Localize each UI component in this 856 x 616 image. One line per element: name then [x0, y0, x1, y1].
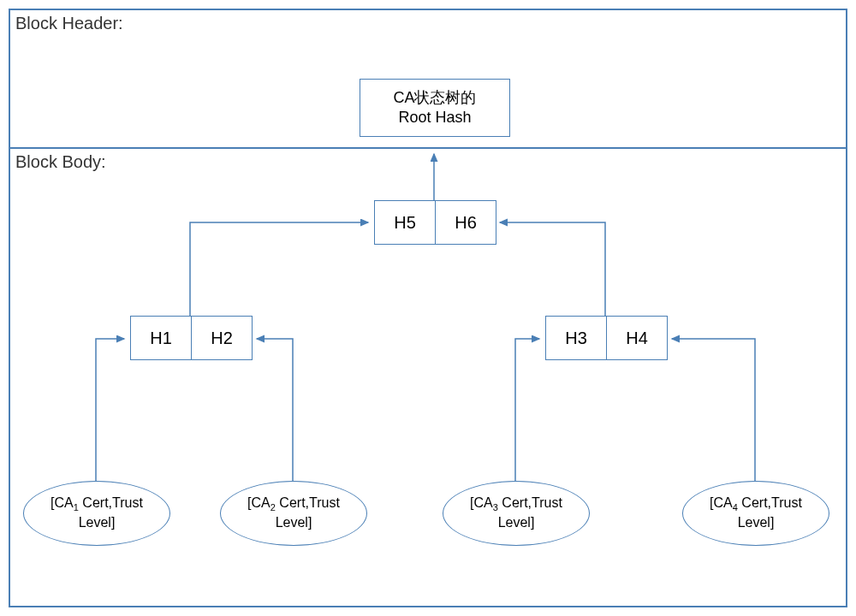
- ca2-line2: Level]: [276, 515, 312, 530]
- ca4-prefix: [CA: [710, 495, 733, 510]
- hash-h3: H3: [546, 317, 606, 359]
- block-header-section: Block Header: CA状态树的 Root Hash: [10, 10, 846, 149]
- hash-h2: H2: [191, 317, 252, 359]
- hash-h6: H6: [435, 201, 496, 244]
- ca4-suffix: Cert,Trust: [738, 495, 802, 510]
- hash-h1: H1: [131, 317, 191, 359]
- ca1-suffix: Cert,Trust: [79, 495, 143, 510]
- hash-h4: H4: [606, 317, 667, 359]
- ca2-prefix: [CA: [247, 495, 270, 510]
- ca3-prefix: [CA: [470, 495, 493, 510]
- ca3-line2: Level]: [498, 515, 535, 530]
- hash-pair-l1a: H1 H2: [130, 316, 253, 360]
- leaf-ca3: [CA3 Cert,Trust Level]: [443, 481, 590, 546]
- ca2-suffix: Cert,Trust: [276, 495, 340, 510]
- ca4-line2: Level]: [738, 515, 775, 530]
- root-line1: CA状态树的: [393, 89, 476, 106]
- hash-pair-l2: H5 H6: [374, 200, 496, 245]
- leaf-ca2: [CA2 Cert,Trust Level]: [220, 481, 367, 546]
- block-body-section: Block Body: H5 H6: [10, 149, 846, 609]
- ca1-line2: Level]: [79, 515, 116, 530]
- hash-h5: H5: [375, 201, 435, 244]
- root-hash-box: CA状态树的 Root Hash: [360, 79, 510, 137]
- hash-pair-l1b: H3 H4: [545, 316, 668, 360]
- ca1-prefix: [CA: [51, 495, 74, 510]
- leaf-ca1: [CA1 Cert,Trust Level]: [23, 481, 170, 546]
- block-body-label: Block Body:: [15, 152, 106, 172]
- leaf-ca4: [CA4 Cert,Trust Level]: [682, 481, 829, 546]
- diagram-container: Block Header: CA状态树的 Root Hash Block Bod…: [9, 9, 847, 607]
- block-header-label: Block Header:: [15, 14, 123, 33]
- root-line2: Root Hash: [398, 109, 471, 126]
- ca3-suffix: Cert,Trust: [498, 495, 562, 510]
